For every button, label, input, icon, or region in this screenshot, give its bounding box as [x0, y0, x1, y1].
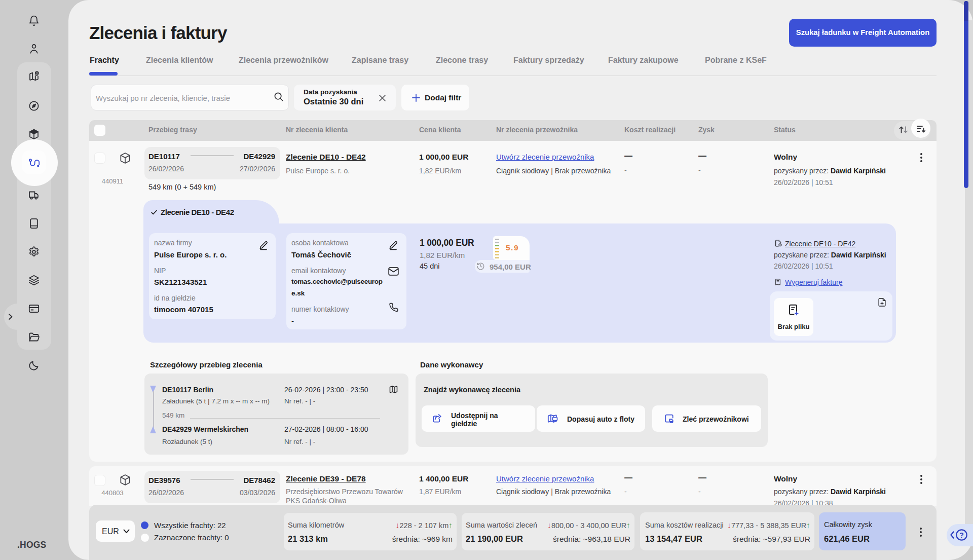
svg-text:?: ?	[959, 531, 964, 539]
